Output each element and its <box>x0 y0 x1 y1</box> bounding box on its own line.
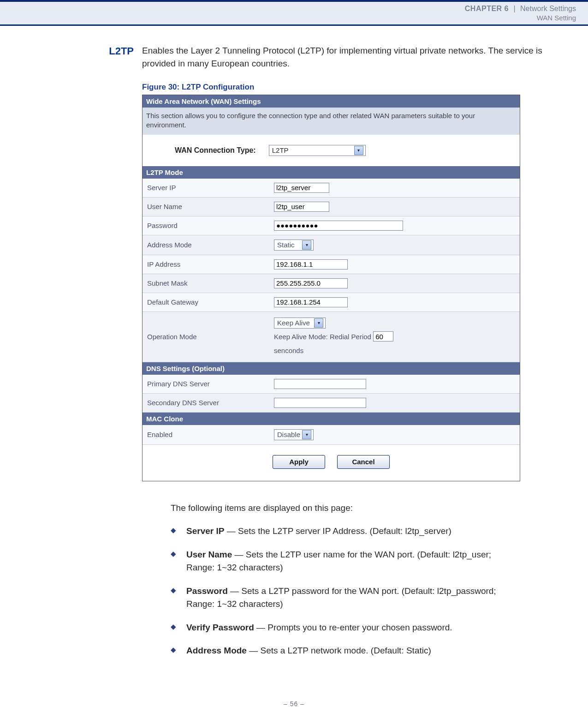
ip-address-input[interactable] <box>274 259 348 270</box>
table-row: Primary DNS Server <box>143 375 520 394</box>
list-item: User Name — Sets the L2TP user name for … <box>171 548 521 585</box>
table-row: Password <box>143 216 520 235</box>
chevron-down-icon: ▾ <box>302 240 311 250</box>
default-gateway-label: Default Gateway <box>143 293 269 312</box>
button-row: Apply Cancel <box>143 445 520 481</box>
items-list: Server IP — Sets the L2TP server IP Addr… <box>171 525 521 668</box>
keep-alive-prefix: Keep Alive Mode: Redial Period <box>274 333 371 341</box>
chevron-down-icon: ▾ <box>314 318 323 328</box>
table-row: Enabled Disable ▾ <box>143 425 520 445</box>
table-row: Secondary DNS Server <box>143 393 520 412</box>
password-label: Password <box>143 216 269 235</box>
item-term: Address Mode <box>186 646 247 655</box>
page: CHAPTER 6 | Network Settings WAN Setting… <box>0 0 588 707</box>
item-desc: — Sets the L2TP server IP Address. (Defa… <box>224 526 451 536</box>
wan-connection-type-label: WAN Connection Type: <box>175 146 256 155</box>
item-desc: — Sets a L2TP password for the WAN port.… <box>186 586 496 609</box>
chevron-down-icon: ▾ <box>354 146 363 155</box>
address-mode-value: Static <box>277 241 295 249</box>
dns-settings-header: DNS Settings (Optional) <box>143 362 520 375</box>
page-header: CHAPTER 6 | Network Settings WAN Setting <box>0 0 588 26</box>
mac-enabled-value: Disable <box>277 431 300 438</box>
default-gateway-input[interactable] <box>274 297 348 307</box>
table-row: Subnet Mask <box>143 274 520 293</box>
l2tp-settings-table: Server IP User Name Password Address Mod… <box>143 179 520 362</box>
item-desc: — Sets a L2TP network mode. (Default: St… <box>247 646 431 655</box>
cancel-button-label: Cancel <box>352 458 374 466</box>
redial-period-input[interactable] <box>373 331 393 342</box>
server-ip-input[interactable] <box>274 183 329 193</box>
mac-clone-table: Enabled Disable ▾ <box>143 425 520 445</box>
subsection-name: WAN Setting <box>0 14 576 22</box>
address-mode-select[interactable]: Static ▾ <box>274 240 314 251</box>
page-number: – 56 – <box>0 682 588 707</box>
mac-enabled-select[interactable]: Disable ▾ <box>274 429 314 440</box>
figure-screenshot: Wide Area Network (WAN) Settings This se… <box>142 95 520 481</box>
content-area: L2TP Enables the Layer 2 Tunneling Proto… <box>0 26 588 682</box>
list-item: Verify Password — Prompts you to re-ente… <box>171 621 521 645</box>
section-intro-row: L2TP Enables the Layer 2 Tunneling Proto… <box>42 44 546 70</box>
operation-mode-value: Keep Alive <box>277 316 310 330</box>
table-row: User Name <box>143 197 520 216</box>
item-term: Password <box>186 586 228 596</box>
ip-address-label: IP Address <box>143 255 269 274</box>
table-row: Server IP <box>143 179 520 198</box>
apply-button-label: Apply <box>289 458 309 466</box>
apply-button[interactable]: Apply <box>273 455 325 469</box>
figure-caption: Figure 30: L2TP Configuration <box>142 83 546 92</box>
item-desc: — Prompts you to re-enter your chosen pa… <box>254 623 452 632</box>
secondary-dns-label: Secondary DNS Server <box>143 393 269 412</box>
item-term: Server IP <box>186 526 224 536</box>
l2tp-mode-header: L2TP Mode <box>143 166 520 179</box>
primary-dns-label: Primary DNS Server <box>143 375 269 394</box>
item-term: Verify Password <box>186 623 254 632</box>
operation-mode-select[interactable]: Keep Alive ▾ <box>274 318 326 329</box>
mac-clone-header: MAC Clone <box>143 413 520 425</box>
user-name-input[interactable] <box>274 202 329 212</box>
list-item: Server IP — Sets the L2TP server IP Addr… <box>171 525 521 548</box>
subnet-mask-input[interactable] <box>274 278 348 288</box>
item-desc: — Sets the L2TP user name for the WAN po… <box>186 550 491 573</box>
mac-enabled-label: Enabled <box>143 425 269 445</box>
keep-alive-suffix: senconds <box>274 347 303 354</box>
cancel-button[interactable]: Cancel <box>337 455 390 469</box>
operation-mode-label: Operation Mode <box>143 312 269 362</box>
list-item: Password — Sets a L2TP password for the … <box>171 585 521 621</box>
wan-connection-type-select[interactable]: L2TP ▾ <box>269 145 366 156</box>
table-row: Address Mode Static ▾ <box>143 235 520 255</box>
section-lead-text: Enables the Layer 2 Tunneling Protocol (… <box>142 44 546 70</box>
item-term: User Name <box>186 550 232 559</box>
section-title: L2TP <box>42 44 134 57</box>
list-item: Address Mode — Sets a L2TP network mode.… <box>171 644 521 668</box>
secondary-dns-input[interactable] <box>274 398 366 408</box>
subnet-mask-label: Subnet Mask <box>143 274 269 293</box>
wan-settings-description: This section allows you to configure the… <box>143 108 520 135</box>
header-separator: | <box>513 5 515 12</box>
server-ip-label: Server IP <box>143 179 269 198</box>
primary-dns-input[interactable] <box>274 379 366 389</box>
address-mode-label: Address Mode <box>143 235 269 255</box>
items-description: The following items are displayed on thi… <box>171 502 521 668</box>
chapter-label: CHAPTER 6 <box>465 5 509 12</box>
wan-connection-type-value: L2TP <box>272 146 289 154</box>
items-intro: The following items are displayed on thi… <box>171 502 521 515</box>
user-name-label: User Name <box>143 197 269 216</box>
table-row: Default Gateway <box>143 293 520 312</box>
table-row: Operation Mode Keep Alive ▾ Keep Alive M… <box>143 312 520 362</box>
wan-connection-type-row: WAN Connection Type: L2TP ▾ <box>143 135 520 166</box>
wan-settings-header: Wide Area Network (WAN) Settings <box>143 95 520 108</box>
dns-settings-table: Primary DNS Server Secondary DNS Server <box>143 375 520 413</box>
section-name: Network Settings <box>520 5 576 12</box>
chevron-down-icon: ▾ <box>302 430 311 439</box>
table-row: IP Address <box>143 255 520 274</box>
password-input[interactable] <box>274 221 403 231</box>
